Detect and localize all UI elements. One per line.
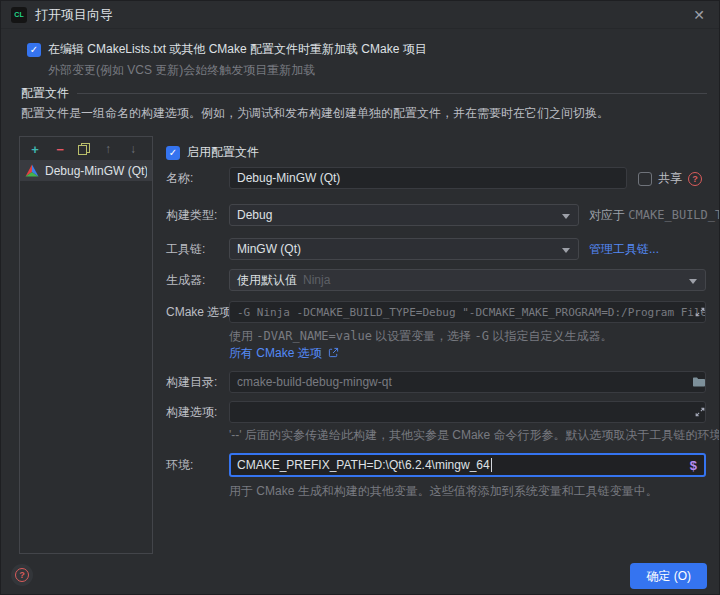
environment-hint: 用于 CMake 生成和构建的其他变量。这些值将添加到系统变量和工具链变量中。 [229, 483, 658, 500]
name-row: 名称: Debug-MinGW (Qt) 共享 ? [166, 167, 711, 189]
profile-settings-form: 启用配置文件 名称: Debug-MinGW (Qt) 共享 ? 构建类型: D… [166, 141, 711, 549]
cmake-options-row: CMake 选项: -G Ninja -DCMAKE_BUILD_TYPE=De… [166, 301, 711, 323]
window-title: 打开项目向导 [35, 6, 113, 24]
help-button[interactable]: ? [11, 564, 33, 586]
chevron-down-icon [562, 248, 570, 253]
cmake-options-hint: 使用 -DVAR_NAME=value 以设置变量，选择 -G 以指定自定义生成… [229, 328, 612, 345]
close-icon[interactable]: ✕ [689, 6, 709, 24]
expand-icon[interactable] [693, 405, 707, 419]
share-checkbox[interactable] [638, 172, 652, 186]
generator-default-value: Ninja [303, 273, 330, 287]
cmake-options-input[interactable]: -G Ninja -DCMAKE_BUILD_TYPE=Debug "-DCMA… [229, 301, 706, 323]
help-icon: ? [15, 568, 29, 582]
expand-icon[interactable] [693, 305, 707, 319]
share-label: 共享 [658, 170, 682, 187]
enable-profile-row: 启用配置文件 [166, 144, 711, 161]
enable-profile-checkbox[interactable] [166, 146, 180, 160]
reload-project-label: 在编辑 CMakeLists.txt 或其他 CMake 配置文件时重新加载 C… [48, 41, 427, 58]
reload-project-hint: 外部变更(例如 VCS 更新)会始终触发项目重新加载 [48, 62, 315, 79]
profiles-section-description: 配置文件是一组命名的构建选项。例如，为调试和发布构建创建单独的配置文件，并在需要… [21, 105, 703, 122]
build-options-label: 构建选项: [166, 401, 217, 423]
environment-input[interactable]: CMAKE_PREFIX_PATH=D:\Qt\6.2.4\mingw_64 $ [229, 453, 706, 477]
chevron-down-icon [689, 279, 697, 284]
env-variables-icon[interactable]: $ [690, 458, 697, 473]
text-cursor [491, 458, 492, 472]
build-directory-row: 构建目录: cmake-build-debug-mingw-qt [166, 371, 711, 393]
generator-dropdown[interactable]: 使用默认值 Ninja [229, 269, 706, 291]
share-row: 共享 ? [638, 170, 702, 187]
build-type-label: 构建类型: [166, 204, 217, 226]
toolchain-value: MinGW (Qt) [237, 242, 301, 256]
ok-button[interactable]: 确定 (O) [630, 563, 707, 589]
build-type-note: 对应于 CMAKE_BUILD_TYPE [589, 204, 720, 226]
add-profile-icon[interactable]: + [28, 142, 42, 156]
toolchain-dropdown[interactable]: MinGW (Qt) [229, 238, 579, 260]
clion-app-badge: CL [14, 11, 23, 18]
name-input[interactable]: Debug-MinGW (Qt) [229, 167, 627, 189]
build-type-dropdown[interactable]: Debug [229, 204, 579, 226]
external-link-icon [328, 347, 339, 358]
build-options-row: 构建选项: [166, 401, 711, 423]
open-project-wizard-dialog: CL 打开项目向导 ✕ 在编辑 CMakeLists.txt 或其他 CMake… [0, 0, 720, 595]
generator-label: 生成器: [166, 269, 205, 291]
build-directory-input[interactable]: cmake-build-debug-mingw-qt [229, 371, 706, 393]
build-options-input[interactable] [229, 401, 706, 423]
chevron-down-icon [562, 214, 570, 219]
profiles-list-panel: + − ↑ ↓ Debug-MinGW (Qt) [19, 136, 153, 554]
section-divider [77, 93, 707, 94]
profile-list-item[interactable]: Debug-MinGW (Qt) [20, 160, 152, 181]
reload-project-row: 在编辑 CMakeLists.txt 或其他 CMake 配置文件时重新加载 C… [27, 41, 427, 58]
name-value: Debug-MinGW (Qt) [237, 171, 340, 185]
build-options-hint: '--' 后面的实参传递给此构建，其他实参是 CMake 命令行形参。默认选项取… [229, 427, 720, 444]
clion-app-icon: CL [11, 7, 27, 23]
build-type-value: Debug [237, 208, 272, 222]
cmake-options-label: CMake 选项: [166, 301, 235, 323]
move-down-icon[interactable]: ↓ [126, 142, 140, 156]
toolchain-row: 工具链: MinGW (Qt) 管理工具链... [166, 238, 711, 260]
enable-profile-label: 启用配置文件 [187, 144, 259, 161]
title-bar: CL 打开项目向导 ✕ [1, 1, 719, 29]
all-cmake-options-row: 所有 CMake 选项 [229, 345, 339, 362]
manage-toolchains-link[interactable]: 管理工具链... [589, 238, 659, 260]
generator-value: 使用默认值 [237, 272, 297, 289]
profile-item-label: Debug-MinGW (Qt) [45, 164, 147, 178]
build-type-row: 构建类型: Debug 对应于 CMAKE_BUILD_TYPE [166, 204, 711, 226]
all-cmake-options-link[interactable]: 所有 CMake 选项 [229, 346, 322, 360]
name-label: 名称: [166, 167, 193, 189]
environment-label: 环境: [166, 453, 193, 477]
generator-row: 生成器: 使用默认值 Ninja [166, 269, 711, 291]
cmake-options-value: -G Ninja -DCMAKE_BUILD_TYPE=Debug "-DCMA… [237, 306, 706, 319]
remove-profile-icon[interactable]: − [53, 142, 67, 156]
reload-project-checkbox[interactable] [27, 43, 41, 57]
environment-value: CMAKE_PREFIX_PATH=D:\Qt\6.2.4\mingw_64 [237, 458, 490, 472]
cmake-logo-icon [25, 164, 39, 177]
build-directory-label: 构建目录: [166, 371, 217, 393]
share-help-icon[interactable]: ? [688, 172, 702, 186]
copy-profile-icon[interactable] [78, 143, 90, 155]
toolchain-label: 工具链: [166, 238, 205, 260]
folder-icon[interactable] [692, 375, 706, 389]
profiles-toolbar: + − ↑ ↓ [20, 137, 152, 160]
profiles-section-header: 配置文件 [21, 85, 707, 102]
move-up-icon[interactable]: ↑ [101, 142, 115, 156]
build-directory-value: cmake-build-debug-mingw-qt [237, 375, 392, 389]
profiles-section-title: 配置文件 [21, 85, 69, 102]
environment-row: 环境: CMAKE_PREFIX_PATH=D:\Qt\6.2.4\mingw_… [166, 453, 711, 477]
